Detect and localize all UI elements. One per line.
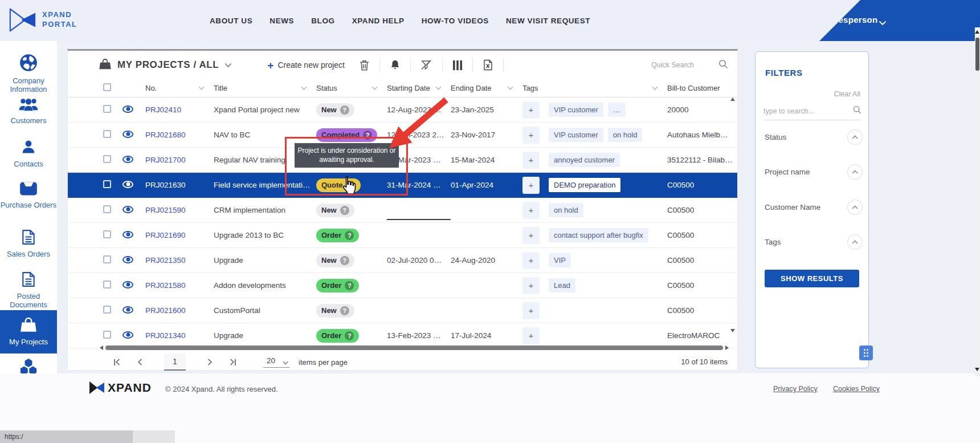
tag-chip[interactable]: VIP customer bbox=[549, 128, 603, 142]
sidebar-item-customers[interactable]: Customers bbox=[0, 97, 57, 125]
next-page-button[interactable] bbox=[205, 356, 215, 368]
help-icon[interactable]: ? bbox=[345, 281, 354, 290]
row-checkbox[interactable] bbox=[103, 105, 111, 113]
row-checkbox[interactable] bbox=[103, 155, 111, 163]
horizontal-scrollbar[interactable] bbox=[100, 345, 729, 351]
row-checkbox[interactable] bbox=[103, 306, 111, 314]
help-icon[interactable]: ? bbox=[340, 206, 349, 215]
project-link[interactable]: PRJ021580 bbox=[145, 281, 186, 290]
current-page[interactable]: 1 bbox=[164, 353, 186, 371]
user-menu[interactable]: Salesperson bbox=[825, 15, 878, 25]
alerts-bell-button[interactable] bbox=[388, 59, 402, 72]
view-eye-icon[interactable] bbox=[122, 231, 133, 238]
previous-page-button[interactable] bbox=[135, 356, 145, 368]
project-link[interactable]: PRJ021350 bbox=[145, 256, 186, 265]
column-header-ending-date[interactable]: Ending Date bbox=[451, 84, 522, 92]
sidebar-item-contacts[interactable]: Contacts bbox=[0, 139, 57, 169]
table-row[interactable]: PRJ021580 Addon developments Order? + Le… bbox=[68, 273, 737, 298]
add-tag-button[interactable]: + bbox=[522, 252, 540, 269]
add-tag-button[interactable]: + bbox=[522, 327, 540, 344]
tag-chip[interactable]: annoyed customer bbox=[549, 153, 620, 167]
sidebar-item-my-projects[interactable]: My Projects bbox=[0, 310, 57, 353]
collapse-chevron-icon[interactable] bbox=[847, 164, 863, 180]
scroll-left-icon[interactable] bbox=[100, 346, 103, 350]
collapse-chevron-icon[interactable] bbox=[847, 129, 863, 145]
cookies-policy-link[interactable]: Cookies Policy bbox=[833, 385, 880, 393]
add-tag-button[interactable]: + bbox=[522, 227, 540, 244]
help-icon[interactable]: ? bbox=[345, 231, 354, 240]
row-checkbox[interactable] bbox=[103, 180, 111, 188]
nav-xpand-help[interactable]: XPAND HELP bbox=[352, 17, 405, 25]
browser-scrollbar[interactable] bbox=[975, 27, 980, 376]
tag-chip[interactable]: DEMO preparation bbox=[549, 178, 620, 192]
view-eye-icon[interactable] bbox=[122, 281, 133, 288]
table-row[interactable]: PRJ021690 Upgrade 2013 to BC Order? + co… bbox=[68, 223, 737, 248]
privacy-policy-link[interactable]: Privacy Policy bbox=[773, 385, 818, 393]
panel-drag-handle[interactable] bbox=[859, 346, 873, 360]
chevron-down-icon[interactable] bbox=[879, 18, 887, 28]
row-checkbox[interactable] bbox=[103, 130, 111, 138]
project-link[interactable]: PRJ021690 bbox=[145, 231, 186, 239]
add-tag-button[interactable]: + bbox=[522, 127, 540, 144]
column-header-no[interactable]: No. bbox=[145, 84, 214, 92]
row-checkbox[interactable] bbox=[103, 205, 111, 213]
columns-button[interactable] bbox=[451, 59, 464, 71]
project-link[interactable]: PRJ021630 bbox=[145, 181, 186, 189]
view-eye-icon[interactable] bbox=[122, 105, 133, 113]
page-size-select[interactable]: 20 bbox=[263, 356, 289, 368]
project-link[interactable]: PRJ02410 bbox=[145, 105, 181, 114]
sidebar-item-sales-orders[interactable]: Sales Orders bbox=[0, 229, 57, 259]
sidebar-item-purchase-orders[interactable]: Purchase Orders bbox=[0, 181, 57, 210]
row-checkbox[interactable] bbox=[103, 281, 111, 288]
tag-chip[interactable]: on hold bbox=[549, 203, 583, 217]
row-checkbox[interactable] bbox=[103, 255, 111, 263]
project-link[interactable]: PRJ021700 bbox=[145, 156, 186, 164]
tag-chip[interactable]: VIP bbox=[549, 253, 571, 267]
clear-all-button[interactable]: Clear All bbox=[834, 90, 860, 98]
nav-how-to-videos[interactable]: HOW-TO VIDEOS bbox=[422, 17, 489, 25]
add-tag-button[interactable]: + bbox=[522, 277, 540, 294]
nav-news[interactable]: NEWS bbox=[270, 17, 294, 25]
column-header-tags[interactable]: Tags bbox=[522, 84, 667, 92]
view-eye-icon[interactable] bbox=[122, 331, 133, 339]
view-eye-icon[interactable] bbox=[122, 256, 133, 263]
quick-search-input[interactable] bbox=[651, 61, 714, 69]
column-header-status[interactable]: Status bbox=[316, 84, 387, 92]
nav-about-us[interactable]: ABOUT US bbox=[210, 17, 252, 25]
help-icon[interactable]: ? bbox=[340, 105, 349, 115]
tag-chip[interactable]: on hold bbox=[608, 128, 643, 142]
tag-chip[interactable]: Lead bbox=[549, 278, 575, 292]
nav-blog[interactable]: BLOG bbox=[311, 17, 334, 25]
search-icon[interactable] bbox=[718, 59, 728, 71]
help-icon[interactable]: ? bbox=[345, 331, 354, 340]
search-icon[interactable] bbox=[853, 105, 861, 116]
create-new-project-button[interactable]: + Create new project bbox=[267, 60, 345, 71]
row-checkbox[interactable] bbox=[103, 331, 111, 339]
show-results-button[interactable]: SHOW RESULTS bbox=[765, 270, 859, 287]
project-link[interactable]: PRJ021340 bbox=[145, 331, 186, 340]
help-icon[interactable]: ? bbox=[340, 306, 349, 315]
export-excel-button[interactable] bbox=[481, 58, 495, 72]
delete-button[interactable] bbox=[357, 59, 371, 72]
add-tag-button[interactable]: + bbox=[522, 152, 540, 169]
view-eye-icon[interactable] bbox=[122, 306, 133, 314]
tag-chip[interactable]: … bbox=[608, 103, 626, 117]
sidebar-item-posted-documents[interactable]: Posted Documents bbox=[0, 271, 57, 310]
project-link[interactable]: PRJ021680 bbox=[145, 131, 186, 139]
last-page-button[interactable] bbox=[227, 356, 238, 368]
scrollbar-thumb[interactable] bbox=[105, 346, 723, 350]
clear-filters-button[interactable] bbox=[419, 59, 434, 71]
add-tag-button[interactable]: + bbox=[522, 202, 540, 219]
scroll-down-icon[interactable] bbox=[730, 329, 735, 332]
chevron-down-icon[interactable] bbox=[224, 60, 232, 70]
add-tag-button[interactable]: + bbox=[522, 177, 540, 194]
scroll-right-icon[interactable] bbox=[725, 346, 729, 350]
collapse-chevron-icon[interactable] bbox=[847, 200, 863, 215]
sidebar-item-company-information[interactable]: Company Information bbox=[0, 54, 57, 94]
add-tag-button[interactable]: + bbox=[522, 302, 540, 319]
column-header-title[interactable]: Title bbox=[214, 84, 316, 92]
view-eye-icon[interactable] bbox=[122, 181, 133, 188]
scrollbar-thumb[interactable] bbox=[975, 38, 979, 71]
project-link[interactable]: PRJ021600 bbox=[145, 306, 186, 315]
table-row[interactable]: PRJ021600 CustomPortal New? + C00500 bbox=[68, 298, 737, 323]
